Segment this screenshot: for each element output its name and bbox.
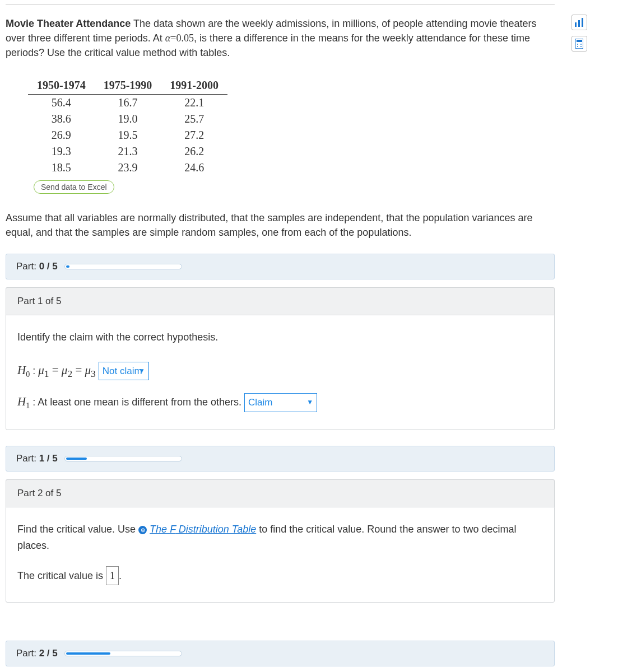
part1-instruction: Identify the claim with the correct hypo…: [17, 329, 543, 346]
table-cell: 19.0: [95, 111, 161, 127]
svg-rect-1: [578, 20, 580, 27]
calculator-icon[interactable]: [571, 36, 587, 52]
col-header: 1991-2000: [161, 77, 227, 95]
table-cell: 26.2: [161, 143, 227, 160]
table-cell: 18.5: [28, 160, 95, 176]
problem-statement: Movie Theater Attendance The data shown …: [6, 4, 555, 68]
table-cell: 22.1: [161, 95, 227, 111]
svg-rect-4: [577, 40, 582, 42]
table-cell: 56.4: [28, 95, 95, 111]
assumptions-text: Assume that all variables are normally d…: [6, 211, 555, 240]
svg-point-6: [580, 44, 582, 45]
table-cell: 23.9: [95, 160, 161, 176]
table-cell: 19.3: [28, 143, 95, 160]
progress-bar-1: Part: 1 / 5: [6, 446, 555, 472]
data-table: 1950-1974 1975-1990 1991-2000 56.416.722…: [28, 77, 227, 176]
table-cell: 38.6: [28, 111, 95, 127]
h0-claim-select[interactable]: Not claim: [99, 362, 149, 380]
bar-chart-icon[interactable]: [571, 15, 587, 30]
table-cell: 26.9: [28, 127, 95, 143]
progress-bar-2: Part: 2 / 5: [6, 641, 555, 666]
send-to-excel-button[interactable]: Send data to Excel: [34, 180, 114, 194]
progress-bar-0: Part: 0 / 5: [6, 254, 555, 279]
table-cell: 24.6: [161, 160, 227, 176]
svg-rect-0: [575, 22, 577, 27]
part2-body: Find the critical value. Use ⊕ The F Dis…: [6, 507, 555, 603]
critical-value-input[interactable]: 1: [106, 566, 119, 586]
table-cell: 27.2: [161, 127, 227, 143]
svg-point-8: [580, 46, 582, 47]
svg-point-7: [577, 46, 578, 47]
table-cell: 21.3: [95, 143, 161, 160]
h1-claim-select[interactable]: Claim: [244, 393, 317, 412]
part1-header: Part 1 of 5: [6, 287, 555, 315]
f-table-link[interactable]: The F Distribution Table: [150, 524, 256, 535]
table-cell: 16.7: [95, 95, 161, 111]
svg-point-5: [577, 44, 578, 45]
part2-header: Part 2 of 5: [6, 479, 555, 507]
col-header: 1975-1990: [95, 77, 161, 95]
table-cell: 19.5: [95, 127, 161, 143]
part1-body: Identify the claim with the correct hypo…: [6, 315, 555, 430]
problem-title: Movie Theater Attendance: [6, 18, 131, 29]
expand-icon[interactable]: ⊕: [138, 526, 147, 534]
svg-rect-2: [582, 18, 583, 27]
col-header: 1950-1974: [28, 77, 95, 95]
table-cell: 25.7: [161, 111, 227, 127]
